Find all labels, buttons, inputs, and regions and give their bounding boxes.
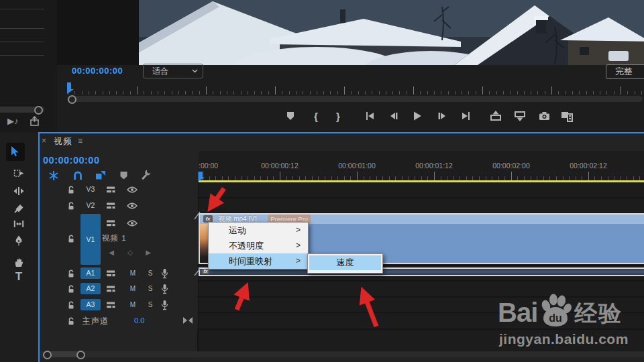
left-list-panel: ▶♪	[0, 0, 57, 132]
go-to-in-icon	[364, 111, 375, 121]
timeline-ruler[interactable]: :00:00 00:00:00:12 00:00:01:00 00:00:01:…	[199, 151, 644, 181]
solo-button[interactable]: S	[145, 300, 156, 310]
toggle-track-output-eye-icon[interactable]	[127, 202, 138, 209]
solo-button[interactable]: S	[145, 284, 156, 294]
go-to-in-button[interactable]	[363, 109, 376, 123]
source-patch-icon[interactable]	[106, 301, 116, 309]
track-name-v1[interactable]: 视频 1	[102, 233, 127, 243]
step-back-button[interactable]	[387, 109, 400, 123]
tab-video[interactable]: 视频	[54, 136, 73, 147]
selection-cursor-icon	[11, 146, 19, 158]
slip-tool[interactable]	[9, 216, 29, 232]
mic-icon[interactable]	[161, 268, 168, 279]
export-icon[interactable]	[30, 116, 40, 127]
track-select-forward-tool[interactable]	[9, 165, 29, 181]
track-select-a2[interactable]: A2	[80, 283, 101, 294]
track-select-a3[interactable]: A3	[80, 299, 101, 310]
export-frame-button[interactable]	[537, 109, 551, 123]
ripple-edit-tool[interactable]	[9, 183, 29, 199]
lock-icon[interactable]	[67, 186, 75, 194]
timeline-timecode[interactable]: 00:00:00:00	[43, 155, 100, 166]
submenu-arrow-icon: >	[296, 223, 301, 238]
submenu-arrow-icon: >	[296, 238, 301, 253]
menu-item-motion[interactable]: 运动 >	[209, 223, 308, 238]
mark-in-button[interactable]: {	[309, 109, 323, 123]
mic-icon[interactable]	[161, 284, 168, 294]
lock-icon[interactable]	[67, 301, 75, 310]
step-forward-button[interactable]	[435, 109, 449, 123]
hand-tool[interactable]	[9, 254, 29, 270]
previous-keyframe-icon[interactable]: ◀	[107, 249, 116, 256]
track-header-v2: V2	[40, 198, 198, 213]
mic-icon[interactable]	[161, 300, 168, 310]
play-audio-icon[interactable]: ▶♪	[7, 116, 19, 126]
snap-icon[interactable]	[72, 170, 83, 180]
selection-tool[interactable]	[6, 143, 25, 161]
add-keyframe-icon[interactable]: ◇	[125, 249, 135, 256]
step-back-icon	[389, 111, 398, 121]
timeline-playhead[interactable]	[198, 172, 205, 182]
panel-menu-icon[interactable]: ≡	[78, 136, 83, 145]
razor-tool[interactable]	[9, 200, 29, 216]
mute-button[interactable]: M	[127, 268, 138, 279]
toggle-track-output-eye-icon[interactable]	[127, 186, 138, 193]
source-patch-icon[interactable]	[106, 285, 116, 293]
zoom-handle-right[interactable]	[76, 351, 85, 359]
type-tool-icon: T	[15, 270, 22, 284]
track-select-v1[interactable]: V1	[80, 214, 101, 265]
camera-icon	[539, 111, 550, 121]
extract-button[interactable]	[513, 109, 527, 123]
program-scrollbar-knob[interactable]	[68, 95, 76, 104]
program-playhead[interactable]	[66, 82, 74, 95]
lock-icon[interactable]	[67, 269, 75, 278]
mute-button[interactable]: M	[127, 300, 138, 310]
source-patch-icon[interactable]	[106, 186, 116, 194]
go-to-out-icon	[461, 111, 472, 121]
solo-button[interactable]: S	[145, 268, 156, 279]
program-seekbar[interactable]	[67, 84, 643, 95]
jingyan-brand-text: 经验	[574, 299, 623, 327]
mark-out-button[interactable]: }	[331, 109, 345, 123]
submenu-item-speed[interactable]: 速度	[309, 255, 381, 270]
lock-icon[interactable]	[67, 317, 75, 326]
timeline-settings-wrench-icon[interactable]	[141, 170, 152, 180]
timeline-scrollbar[interactable]	[40, 351, 644, 357]
track-select-icon	[13, 168, 25, 178]
resolution-dropdown[interactable]: 完整	[606, 64, 644, 79]
track-select-a1[interactable]: A1	[80, 267, 101, 279]
track-select-v2[interactable]: V2	[80, 200, 101, 211]
menu-item-opacity[interactable]: 不透明度 >	[209, 238, 308, 253]
program-scrollbar[interactable]	[67, 96, 643, 102]
program-monitor-preview	[139, 0, 644, 65]
play-button[interactable]	[411, 109, 424, 123]
lock-icon[interactable]	[67, 285, 75, 294]
comparison-view-button[interactable]	[561, 109, 574, 123]
master-level-value[interactable]: 0.0	[134, 316, 144, 324]
pen-tool[interactable]	[9, 233, 29, 249]
mute-button[interactable]: M	[127, 284, 138, 294]
scrollbar-knob[interactable]	[34, 106, 43, 115]
lock-icon[interactable]	[67, 202, 75, 210]
divider	[199, 328, 644, 330]
close-panel-icon[interactable]: ×	[42, 136, 46, 145]
type-tool[interactable]: T	[9, 269, 29, 285]
add-marker-timeline-icon[interactable]	[119, 171, 128, 180]
next-keyframe-icon[interactable]: ▶	[144, 249, 153, 256]
track-select-v3[interactable]: V3	[80, 184, 101, 195]
source-patch-icon[interactable]	[106, 219, 116, 227]
source-patch-icon[interactable]	[106, 202, 116, 210]
ruler-label: :00:00	[199, 162, 228, 170]
toggle-track-output-eye-icon[interactable]	[127, 220, 138, 227]
zoom-handle-left[interactable]	[43, 351, 52, 359]
pan-bowtie-icon[interactable]	[182, 316, 193, 324]
source-patch-icon[interactable]	[106, 269, 116, 278]
insert-overwrite-sequence-icon[interactable]	[48, 170, 59, 181]
menu-item-time-remapping[interactable]: 时间重映射 >	[209, 253, 308, 269]
linked-selection-icon[interactable]	[95, 170, 106, 180]
go-to-out-button[interactable]	[460, 109, 473, 123]
zoom-fit-dropdown[interactable]: 适合	[143, 64, 203, 78]
add-marker-button[interactable]	[284, 109, 297, 123]
lift-button[interactable]	[489, 109, 502, 123]
lock-icon[interactable]	[67, 235, 75, 243]
track-header-a3: A3 M S	[40, 298, 198, 312]
